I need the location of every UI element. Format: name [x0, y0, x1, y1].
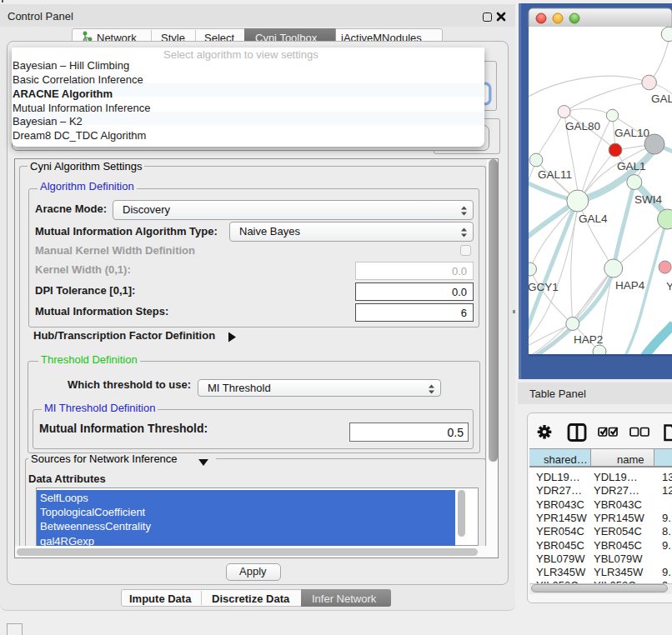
svg-text:GCY1: GCY1	[528, 281, 559, 293]
svg-text:GAL80: GAL80	[565, 120, 600, 132]
svg-text:SWI4: SWI4	[634, 193, 662, 206]
svg-text:Y: Y	[666, 280, 672, 292]
svg-text:HAP4: HAP4	[615, 279, 645, 292]
svg-text:GAL7: GAL7	[651, 92, 672, 105]
svg-text:GAL4: GAL4	[579, 212, 608, 225]
svg-text:GAL10: GAL10	[614, 127, 649, 139]
svg-text:HAP2: HAP2	[574, 333, 603, 346]
svg-text:GAL1: GAL1	[617, 160, 646, 172]
svg-text:GAL11: GAL11	[538, 168, 572, 181]
